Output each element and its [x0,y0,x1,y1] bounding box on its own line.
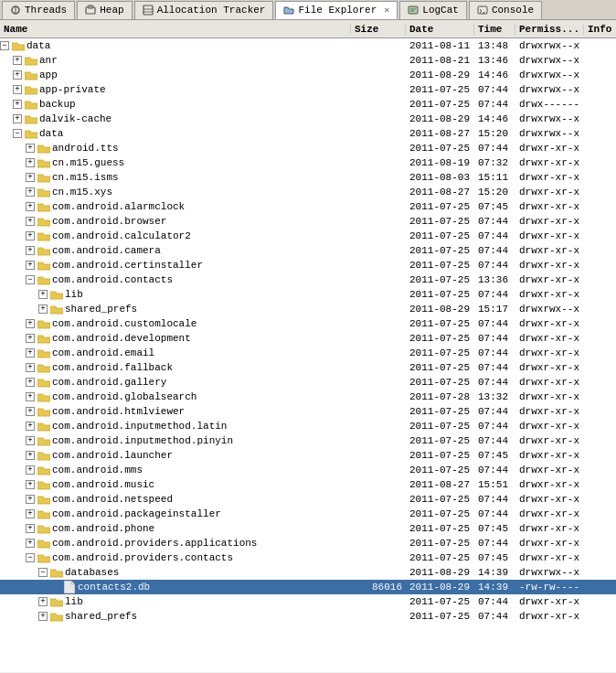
expand-icon[interactable]: + [38,597,48,606]
table-row[interactable]: contacts2.db 86016 2011-08-29 14:39 -rw-… [0,580,616,594]
table-row[interactable]: + com.android.browser 2011-07-25 07:44 d… [0,214,616,229]
expand-icon[interactable]: + [26,246,35,255]
expand-icon[interactable]: + [26,319,35,328]
table-row[interactable]: + com.android.globalsearch 2011-07-28 13… [0,390,616,404]
expand-icon[interactable]: + [26,539,35,548]
expand-icon[interactable]: + [26,363,35,372]
table-row[interactable]: − data 2011-08-27 15:20 drwxrwx--x [0,126,616,141]
expand-icon[interactable]: + [26,334,35,343]
table-row[interactable]: − com.android.providers.contacts 2011-07… [0,550,616,565]
file-name: anr [39,55,58,66]
table-row[interactable]: + app-private 2011-07-25 07:44 drwxrwx--… [0,82,616,97]
expand-icon[interactable]: + [13,70,22,80]
expand-icon[interactable]: + [26,451,35,460]
table-row[interactable]: + com.android.alarmclock 2011-07-25 07:4… [0,199,616,214]
svg-rect-3 [88,5,93,8]
table-row[interactable]: + com.android.inputmethod.pinyin 2011-07… [0,433,616,448]
table-row[interactable]: + shared_prefs 2011-08-29 15:17 drwxrwx-… [0,302,616,316]
expand-icon[interactable]: + [26,217,35,226]
expand-icon[interactable]: + [26,407,35,416]
expand-icon[interactable]: + [26,261,35,270]
table-row[interactable]: + com.android.packageinstaller 2011-07-2… [0,507,616,521]
table-row[interactable]: + com.android.phone 2011-07-25 07:45 drw… [0,521,616,536]
file-time: 07:44 [474,230,515,241]
expand-icon[interactable]: + [26,187,35,197]
expand-icon[interactable]: + [13,100,22,109]
table-row[interactable]: + shared_prefs 2011-07-25 07:44 drwxr-xr… [0,609,616,624]
file-name: lib [65,289,83,300]
expand-icon[interactable]: + [26,158,35,167]
col-size-header[interactable]: Size [351,24,406,35]
table-row[interactable]: − com.android.contacts 2011-07-25 13:36 … [0,272,616,287]
expand-icon[interactable]: + [26,422,35,431]
expand-icon[interactable]: + [26,202,35,211]
expand-icon[interactable]: + [26,480,35,489]
collapse-icon[interactable]: − [38,568,48,577]
table-row[interactable]: − data 2011-08-11 13:48 drwxrwx--x [0,38,616,53]
expand-icon[interactable]: + [38,612,48,621]
expand-icon[interactable]: + [26,524,35,533]
expand-icon[interactable]: + [13,85,22,94]
table-row[interactable]: + com.android.fallback 2011-07-25 07:44 … [0,360,616,375]
table-row[interactable]: + com.android.launcher 2011-07-25 07:45 … [0,448,616,463]
table-row[interactable]: + com.android.gallery 2011-07-25 07:44 d… [0,375,616,390]
table-row[interactable]: + com.android.certinstaller 2011-07-25 0… [0,258,616,272]
table-row[interactable]: + lib 2011-07-25 07:44 drwxr-xr-x [0,594,616,609]
table-row[interactable]: + android.tts 2011-07-25 07:44 drwxr-xr-… [0,141,616,155]
table-row[interactable]: + com.android.htmlviewer 2011-07-25 07:4… [0,404,616,419]
expand-icon[interactable]: + [26,378,35,387]
expand-icon[interactable]: + [26,465,35,475]
tab-allocation[interactable]: Allocation Tracker [134,1,274,19]
expand-icon[interactable]: + [26,495,35,504]
tab-console[interactable]: Console [469,1,542,19]
tab-close-icon[interactable]: ✕ [384,5,389,16]
file-date: 2011-07-25 [406,333,474,344]
expand-icon[interactable]: + [26,509,35,518]
collapse-icon[interactable]: − [0,41,9,50]
expand-icon[interactable]: + [26,392,35,401]
col-info-header[interactable]: Info [584,24,616,35]
expand-icon[interactable]: + [38,290,48,299]
expand-icon[interactable]: + [38,304,48,314]
table-row[interactable]: + com.android.providers.applications 201… [0,536,616,550]
folder-icon [50,612,63,622]
col-date-header[interactable]: Date [406,24,474,35]
tab-logcat[interactable]: LogCat [399,1,467,19]
expand-icon[interactable]: + [26,144,35,153]
folder-icon [37,480,50,490]
file-perms: drwxr-xr-x [515,406,584,417]
table-row[interactable]: + app 2011-08-29 14:46 drwxrwx--x [0,68,616,82]
table-row[interactable]: + com.android.mms 2011-07-25 07:44 drwxr… [0,463,616,477]
tab-file-explorer[interactable]: File Explorer ✕ [275,1,398,19]
table-row[interactable]: + com.android.camera 2011-07-25 07:44 dr… [0,243,616,258]
collapse-icon[interactable]: − [26,275,35,284]
expand-icon[interactable]: + [13,56,22,65]
expand-icon[interactable]: + [13,114,22,123]
table-row[interactable]: + lib 2011-07-25 07:44 drwxr-xr-x [0,287,616,302]
table-row[interactable]: + anr 2011-08-21 13:46 drwxrwx--x [0,53,616,68]
col-perms-header[interactable]: Permiss... [515,24,584,35]
table-row[interactable]: + com.android.inputmethod.latin 2011-07-… [0,419,616,433]
expand-icon[interactable]: + [26,348,35,358]
table-row[interactable]: + cn.m15.guess 2011-08-19 07:32 drwxr-xr… [0,155,616,170]
table-row[interactable]: + com.android.email 2011-07-25 07:44 drw… [0,346,616,360]
table-row[interactable]: + cn.m15.isms 2011-08-03 15:11 drwxr-xr-… [0,170,616,185]
table-row[interactable]: + com.android.netspeed 2011-07-25 07:44 … [0,492,616,507]
expand-icon[interactable]: + [26,173,35,182]
table-row[interactable]: + com.android.music 2011-08-27 15:51 drw… [0,477,616,492]
table-row[interactable]: + com.android.calculator2 2011-07-25 07:… [0,229,616,243]
table-row[interactable]: + cn.m15.xys 2011-08-27 15:20 drwxr-xr-x [0,185,616,199]
table-row[interactable]: − databases 2011-08-29 14:39 drwxrwx--x [0,565,616,580]
collapse-icon[interactable]: − [13,129,22,138]
tab-heap[interactable]: Heap [77,1,132,19]
col-name-header[interactable]: Name [0,24,351,35]
expand-icon[interactable]: + [26,231,35,240]
table-row[interactable]: + com.android.development 2011-07-25 07:… [0,331,616,346]
tab-threads[interactable]: Threads [2,1,75,19]
table-row[interactable]: + dalvik-cache 2011-08-29 14:46 drwxrwx-… [0,112,616,126]
table-row[interactable]: + backup 2011-07-25 07:44 drwx------ [0,97,616,112]
col-time-header[interactable]: Time [474,24,515,35]
collapse-icon[interactable]: − [26,553,35,562]
table-row[interactable]: + com.android.customlocale 2011-07-25 07… [0,316,616,331]
expand-icon[interactable]: + [26,436,35,445]
